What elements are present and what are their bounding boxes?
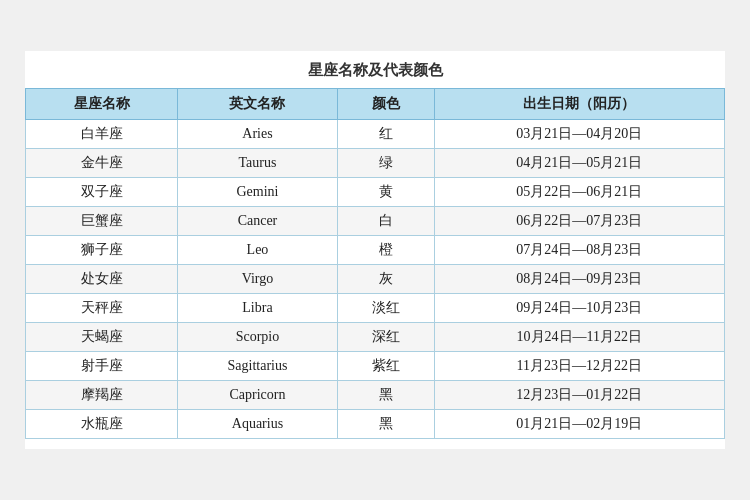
table-row: 狮子座Leo橙07月24日—08月23日 [26, 236, 725, 265]
cell-date: 09月24日—10月23日 [434, 294, 724, 323]
cell-color: 白 [337, 207, 434, 236]
cell-color: 深红 [337, 323, 434, 352]
cell-date: 08月24日—09月23日 [434, 265, 724, 294]
table-row: 水瓶座Aquarius黑01月21日—02月19日 [26, 410, 725, 439]
cell-english-name: Capricorn [178, 381, 338, 410]
cell-date: 01月21日—02月19日 [434, 410, 724, 439]
cell-color: 红 [337, 120, 434, 149]
cell-date: 07月24日—08月23日 [434, 236, 724, 265]
cell-english-name: Scorpio [178, 323, 338, 352]
header-chinese: 星座名称 [26, 89, 178, 120]
cell-color: 淡红 [337, 294, 434, 323]
table-row: 摩羯座Capricorn黑12月23日—01月22日 [26, 381, 725, 410]
cell-english-name: Sagittarius [178, 352, 338, 381]
cell-english-name: Aries [178, 120, 338, 149]
cell-color: 黄 [337, 178, 434, 207]
table-row: 射手座Sagittarius紫红11月23日—12月22日 [26, 352, 725, 381]
cell-date: 12月23日—01月22日 [434, 381, 724, 410]
header-date: 出生日期（阳历） [434, 89, 724, 120]
table-header-row: 星座名称 英文名称 颜色 出生日期（阳历） [26, 89, 725, 120]
cell-english-name: Gemini [178, 178, 338, 207]
cell-date: 10月24日—11月22日 [434, 323, 724, 352]
header-color: 颜色 [337, 89, 434, 120]
table-row: 处女座Virgo灰08月24日—09月23日 [26, 265, 725, 294]
table-row: 白羊座Aries红03月21日—04月20日 [26, 120, 725, 149]
cell-english-name: Cancer [178, 207, 338, 236]
cell-chinese-name: 射手座 [26, 352, 178, 381]
cell-date: 06月22日—07月23日 [434, 207, 724, 236]
table-row: 双子座Gemini黄05月22日—06月21日 [26, 178, 725, 207]
table-row: 天蝎座Scorpio深红10月24日—11月22日 [26, 323, 725, 352]
cell-english-name: Taurus [178, 149, 338, 178]
cell-color: 绿 [337, 149, 434, 178]
zodiac-table: 星座名称 英文名称 颜色 出生日期（阳历） 白羊座Aries红03月21日—04… [25, 88, 725, 439]
cell-chinese-name: 天秤座 [26, 294, 178, 323]
table-row: 巨蟹座Cancer白06月22日—07月23日 [26, 207, 725, 236]
cell-color: 紫红 [337, 352, 434, 381]
page-title: 星座名称及代表颜色 [25, 61, 725, 80]
cell-date: 03月21日—04月20日 [434, 120, 724, 149]
table-row: 天秤座Libra淡红09月24日—10月23日 [26, 294, 725, 323]
cell-color: 灰 [337, 265, 434, 294]
cell-color: 黑 [337, 410, 434, 439]
cell-chinese-name: 狮子座 [26, 236, 178, 265]
cell-english-name: Libra [178, 294, 338, 323]
cell-english-name: Virgo [178, 265, 338, 294]
cell-date: 11月23日—12月22日 [434, 352, 724, 381]
header-english: 英文名称 [178, 89, 338, 120]
cell-chinese-name: 巨蟹座 [26, 207, 178, 236]
cell-color: 橙 [337, 236, 434, 265]
cell-chinese-name: 天蝎座 [26, 323, 178, 352]
cell-english-name: Aquarius [178, 410, 338, 439]
table-row: 金牛座Taurus绿04月21日—05月21日 [26, 149, 725, 178]
cell-chinese-name: 白羊座 [26, 120, 178, 149]
cell-chinese-name: 水瓶座 [26, 410, 178, 439]
cell-english-name: Leo [178, 236, 338, 265]
cell-chinese-name: 摩羯座 [26, 381, 178, 410]
cell-chinese-name: 处女座 [26, 265, 178, 294]
cell-chinese-name: 金牛座 [26, 149, 178, 178]
cell-date: 05月22日—06月21日 [434, 178, 724, 207]
main-container: 星座名称及代表颜色 星座名称 英文名称 颜色 出生日期（阳历） 白羊座Aries… [25, 51, 725, 449]
cell-color: 黑 [337, 381, 434, 410]
cell-chinese-name: 双子座 [26, 178, 178, 207]
cell-date: 04月21日—05月21日 [434, 149, 724, 178]
